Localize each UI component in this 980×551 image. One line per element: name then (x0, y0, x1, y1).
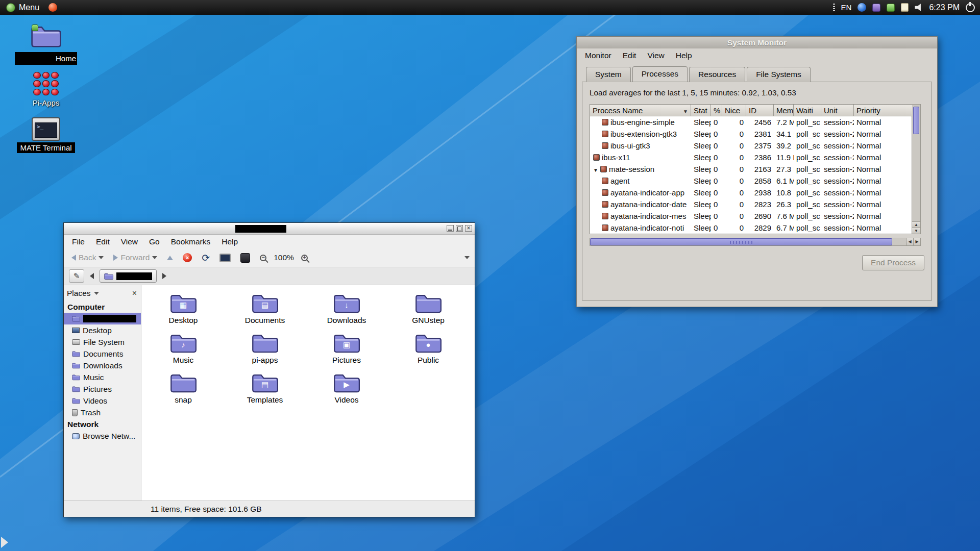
forward-history-caret-icon[interactable] (152, 256, 157, 262)
folder-item-music[interactable]: ♪Music (142, 332, 224, 372)
horizontal-scrollbar[interactable]: ◀ ▶ (590, 238, 921, 246)
places-selector[interactable]: Places (67, 289, 91, 298)
minimize-button[interactable] (447, 225, 454, 232)
scroll-up-button[interactable]: ▲ (912, 221, 920, 228)
sidebar-item-file-system[interactable]: File System (64, 336, 141, 348)
column-header-process-name[interactable]: Process Name (590, 105, 691, 116)
process-row-ibus-ui-gtk3[interactable]: ibus-ui-gtk3Sleep00237539.2 MiBpoll_scse… (590, 140, 912, 152)
shutdown-icon[interactable] (966, 3, 975, 12)
keyboard-layout-indicator[interactable]: EN (841, 3, 852, 12)
process-row-ayatana-indicator-app[interactable]: ayatana-indicator-appSleep00293810.8 MiB… (590, 187, 912, 198)
view-selector-caret-icon[interactable] (464, 256, 470, 262)
fm-menu-help[interactable]: Help (216, 236, 243, 247)
sidebar-item-trash[interactable]: Trash (64, 407, 141, 418)
sidebar-item-browse-netw[interactable]: Browse Netw... (64, 430, 141, 442)
zoom-in-button[interactable]: + (299, 253, 310, 263)
places-caret-icon[interactable] (94, 292, 99, 297)
computer-button[interactable] (217, 252, 233, 264)
desktop-icon-home[interactable]: Home (13, 23, 79, 65)
notes-icon[interactable] (901, 3, 909, 12)
tab-processes[interactable]: Processes (632, 66, 688, 82)
folder-item-templates[interactable]: ▤Templates (224, 372, 306, 412)
forward-button[interactable]: Forward (111, 252, 160, 264)
bluetooth-icon[interactable] (857, 3, 866, 12)
column-header-id[interactable]: ID (746, 105, 774, 116)
vertical-scrollbar[interactable]: ▲ ▼ (912, 104, 921, 234)
folder-item-desktop[interactable]: ▦Desktop (142, 292, 224, 332)
clock[interactable]: 6:23 PM (929, 3, 960, 12)
system-indicator-icon[interactable] (872, 4, 880, 12)
back-history-caret-icon[interactable] (99, 256, 104, 262)
open-terminal-button[interactable] (238, 252, 253, 264)
sidebar-item-documents[interactable]: Documents (64, 348, 141, 360)
cpu-indicator-icon[interactable] (887, 4, 895, 12)
fm-menu-edit[interactable]: Edit (90, 236, 115, 247)
fm-menu-file[interactable]: File (66, 236, 90, 247)
edit-location-button[interactable] (69, 269, 84, 283)
process-row-ayatana-indicator-mes[interactable]: ayatana-indicator-mesSleep0026907.6 MiBp… (590, 210, 912, 222)
desktop-icon-pi-apps[interactable]: Pi-Apps (13, 70, 79, 107)
sidebar-item-downloads[interactable]: Downloads (64, 360, 141, 371)
folder-view[interactable]: ▦Desktop▤Documents↓DownloadsGNUstep♪Musi… (141, 285, 475, 500)
expander-icon[interactable] (593, 165, 598, 173)
desktop-icon-mate-terminal[interactable]: MATE Terminal (13, 117, 79, 153)
launcher-app-icon[interactable] (48, 3, 57, 12)
vertical-scrollbar-thumb[interactable] (913, 107, 919, 134)
scroll-left-button[interactable]: ◀ (906, 238, 913, 245)
process-row-ibus-x11[interactable]: ibus-x11Sleep00238611.9 MiBpoll_scsessio… (590, 152, 912, 163)
back-button[interactable]: Back (69, 252, 106, 264)
process-row-agent[interactable]: agentSleep0028586.1 MiBpoll_scsession-2.… (590, 175, 912, 187)
tray-drag-handle-icon[interactable] (833, 4, 835, 11)
folder-item-documents[interactable]: ▤Documents (224, 292, 306, 332)
tab-file-systems[interactable]: File Systems (747, 67, 811, 82)
folder-item-videos[interactable]: ▶Videos (306, 372, 387, 412)
process-row-mate-session[interactable]: mate-sessionSleep00216327.3 MiBpoll_scse… (590, 163, 912, 175)
breadcrumb-scroll-right-button[interactable] (160, 270, 169, 282)
file-manager-titlebar[interactable] (64, 223, 475, 235)
sidebar-item-desktop[interactable]: Desktop (64, 324, 141, 336)
breadcrumb-scroll-left-button[interactable] (87, 270, 96, 282)
process-row-ayatana-indicator-date[interactable]: ayatana-indicator-dateSleep00282326.3 Mi… (590, 198, 912, 210)
column-header-waiting-channel[interactable]: Waiti (794, 105, 821, 116)
sm-menu-monitor[interactable]: Monitor (579, 50, 617, 61)
sidebar-item-home[interactable] (64, 313, 141, 324)
fm-menu-bookmarks[interactable]: Bookmarks (165, 236, 216, 247)
scroll-right-button[interactable]: ▶ (913, 238, 920, 245)
fm-menu-go[interactable]: Go (143, 236, 165, 247)
volume-icon[interactable] (915, 4, 923, 11)
maximize-button[interactable] (456, 225, 463, 232)
column-header-memory[interactable]: Mem (774, 105, 794, 116)
tab-resources[interactable]: Resources (689, 67, 745, 82)
horizontal-scrollbar-thumb[interactable] (590, 238, 892, 245)
sidebar-item-music[interactable]: Music (64, 371, 141, 383)
end-process-button[interactable]: End Process (862, 255, 924, 270)
fm-menu-view[interactable]: View (115, 236, 143, 247)
column-header-priority[interactable]: Priority (854, 105, 913, 116)
column-header-cpu[interactable]: % (711, 105, 722, 116)
folder-item-snap[interactable]: snap (142, 372, 224, 412)
folder-item-gnustep[interactable]: GNUstep (387, 292, 469, 332)
sm-menu-help[interactable]: Help (670, 50, 698, 61)
reload-button[interactable] (199, 252, 212, 264)
sm-menu-view[interactable]: View (642, 50, 670, 61)
folder-item-pi-apps[interactable]: pi-apps (224, 332, 306, 372)
process-row-ibus-extension-gtk3[interactable]: ibus-extension-gtk3Sleep00238134.1 MiBpo… (590, 128, 912, 140)
stop-button[interactable] (180, 252, 194, 264)
applications-menu-button[interactable]: Menu (4, 2, 41, 13)
system-monitor-titlebar[interactable]: System Monitor (577, 37, 937, 48)
folder-item-pictures[interactable]: ▣Pictures (306, 332, 387, 372)
folder-item-downloads[interactable]: ↓Downloads (306, 292, 387, 332)
sm-menu-edit[interactable]: Edit (617, 50, 642, 61)
sidebar-item-pictures[interactable]: Pictures (64, 383, 141, 395)
close-button[interactable] (465, 225, 472, 232)
sidebar-item-videos[interactable]: Videos (64, 395, 141, 407)
folder-item-public[interactable]: ●Public (387, 332, 469, 372)
breadcrumb-current-folder-button[interactable] (100, 269, 157, 283)
column-header-status[interactable]: Stat (691, 105, 711, 116)
sidebar-close-icon[interactable] (131, 289, 138, 298)
panel-drawer-arrow-icon[interactable] (1, 537, 14, 548)
column-header-unit[interactable]: Unit (821, 105, 854, 116)
up-button[interactable] (164, 254, 176, 262)
zoom-out-button[interactable]: − (257, 253, 269, 263)
tab-system[interactable]: System (586, 67, 631, 82)
